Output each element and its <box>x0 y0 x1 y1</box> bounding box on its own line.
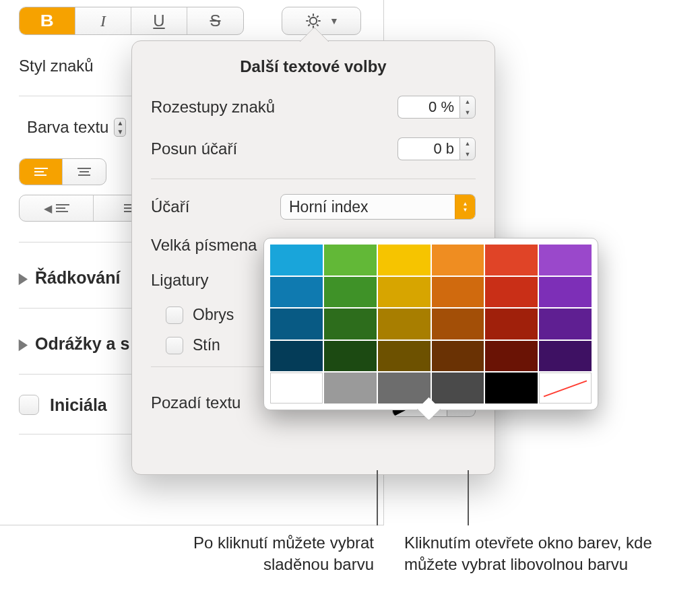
callout-leaders <box>0 0 700 613</box>
callout-left: Po kliknutí můžete vybrat sladěnou barvu <box>152 532 374 576</box>
callout-right: Kliknutím otevřete okno barev, kde můžet… <box>404 532 674 576</box>
